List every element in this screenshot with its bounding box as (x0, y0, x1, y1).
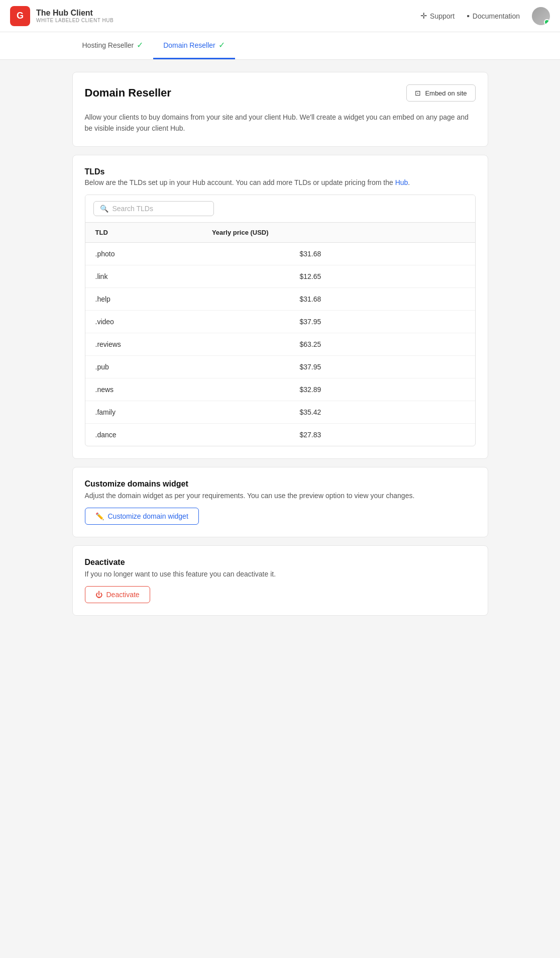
tld-cell: .pub (85, 355, 290, 378)
tabs-container: Hosting Reseller ✓ Domain Reseller ✓ (64, 32, 496, 59)
search-bar: 🔍 (93, 201, 214, 216)
deactivate-description: If you no longer want to use this featur… (85, 570, 476, 578)
customize-description: Adjust the domain widget as per your req… (85, 492, 476, 500)
domain-reseller-header: Domain Reseller ⊡ Embed on site (85, 84, 476, 102)
table-row: .help $31.68 (85, 288, 475, 310)
app-header: G The Hub Client WHITE LABELED CLIENT HU… (0, 0, 560, 32)
search-bar-wrapper: 🔍 (85, 195, 475, 222)
price-cell: $37.95 (290, 310, 475, 333)
col-price: Yearly price (USD) (202, 222, 475, 242)
tld-cell: .help (85, 288, 290, 310)
documentation-label: Documentation (473, 12, 520, 20)
tab-hosting[interactable]: Hosting Reseller ✓ (72, 32, 154, 59)
domain-reseller-title: Domain Reseller (85, 86, 171, 100)
embed-on-site-button[interactable]: ⊡ Embed on site (406, 84, 475, 102)
tld-description-prefix: Below are the TLDs set up in your Hub ac… (85, 178, 395, 186)
page-wrapper: Domain Reseller ⊡ Embed on site Allow yo… (0, 60, 560, 636)
table-row: .link $12.65 (85, 265, 475, 288)
tab-domain-check: ✓ (218, 40, 225, 50)
customize-title: Customize domains widget (85, 480, 476, 489)
search-input[interactable] (113, 205, 207, 213)
table-row: .dance $27.83 (85, 423, 475, 446)
tld-table-header: TLD Yearly price (USD) (85, 222, 475, 242)
tab-domain[interactable]: Domain Reseller ✓ (153, 32, 235, 59)
documentation-nav-item[interactable]: ▪ Documentation (467, 12, 520, 21)
avatar[interactable] (532, 7, 550, 25)
tld-table-header-row: TLD Yearly price (USD) (85, 222, 475, 242)
col-tld: TLD (85, 222, 202, 242)
power-icon: ⏻ (95, 591, 102, 599)
table-row: .news $32.89 (85, 378, 475, 401)
embed-btn-label: Embed on site (425, 89, 467, 97)
customize-widget-button[interactable]: ✏️ Customize domain widget (85, 508, 199, 525)
deactivate-title: Deactivate (85, 558, 476, 567)
domain-reseller-card: Domain Reseller ⊡ Embed on site Allow yo… (72, 72, 488, 147)
price-cell: $31.68 (290, 288, 475, 310)
tld-section-title: TLDs (85, 167, 476, 176)
header-nav: ✛ Support ▪ Documentation (420, 7, 550, 25)
customize-btn-label: Customize domain widget (108, 512, 188, 520)
price-cell: $35.42 (290, 401, 475, 423)
main-content: Domain Reseller ⊡ Embed on site Allow yo… (64, 72, 496, 616)
table-row: .family $35.42 (85, 401, 475, 423)
tab-hosting-label: Hosting Reseller (82, 41, 134, 49)
search-icon: 🔍 (100, 205, 108, 213)
embed-icon: ⊡ (415, 89, 421, 97)
tld-table-body-table: .photo $31.68 .link $12.65 .help $31.68 … (85, 243, 475, 446)
price-cell: $32.89 (290, 378, 475, 401)
tld-cell: .photo (85, 243, 290, 265)
support-nav-item[interactable]: ✛ Support (420, 11, 455, 21)
tld-cell: .news (85, 378, 290, 401)
deactivate-btn-label: Deactivate (106, 591, 140, 599)
tabs-wrapper: Hosting Reseller ✓ Domain Reseller ✓ (0, 32, 560, 60)
app-name: The Hub Client (36, 9, 420, 18)
tld-description: Below are the TLDs set up in your Hub ac… (85, 178, 476, 186)
tld-table-wrapper: 🔍 TLD Yearly price (USD) (85, 195, 476, 446)
header-title-block: The Hub Client WHITE LABELED CLIENT HUB (36, 9, 420, 23)
avatar-online-badge (544, 19, 550, 25)
app-subtitle: WHITE LABELED CLIENT HUB (36, 18, 420, 23)
tlds-section: TLDs Below are the TLDs set up in your H… (72, 155, 488, 459)
table-row: .photo $31.68 (85, 243, 475, 265)
deactivate-section: Deactivate If you no longer want to use … (72, 545, 488, 616)
price-cell: $63.25 (290, 333, 475, 355)
tld-cell: .link (85, 265, 290, 288)
tld-cell: .dance (85, 423, 290, 446)
price-cell: $31.68 (290, 243, 475, 265)
tld-description-suffix: . (408, 178, 410, 186)
tld-cell: .family (85, 401, 290, 423)
tab-domain-label: Domain Reseller (163, 41, 215, 49)
price-cell: $12.65 (290, 265, 475, 288)
table-row: .pub $37.95 (85, 355, 475, 378)
support-icon: ✛ (420, 11, 427, 21)
app-logo: G (10, 6, 30, 26)
documentation-icon: ▪ (467, 12, 470, 21)
pencil-icon: ✏️ (95, 512, 104, 520)
deactivate-button[interactable]: ⏻ Deactivate (85, 586, 150, 603)
customize-section: Customize domains widget Adjust the doma… (72, 467, 488, 537)
price-cell: $37.95 (290, 355, 475, 378)
support-label: Support (430, 12, 455, 20)
tab-hosting-check: ✓ (137, 40, 143, 50)
hub-link[interactable]: Hub (395, 178, 408, 186)
tld-cell: .reviews (85, 333, 290, 355)
table-row: .reviews $63.25 (85, 333, 475, 355)
tld-table-scroll[interactable]: .photo $31.68 .link $12.65 .help $31.68 … (85, 243, 475, 446)
tld-table: TLD Yearly price (USD) (85, 222, 475, 243)
table-row: .video $37.95 (85, 310, 475, 333)
tld-cell: .video (85, 310, 290, 333)
domain-reseller-description: Allow your clients to buy domains from y… (85, 112, 476, 134)
tld-table-body: .photo $31.68 .link $12.65 .help $31.68 … (85, 243, 475, 446)
price-cell: $27.83 (290, 423, 475, 446)
